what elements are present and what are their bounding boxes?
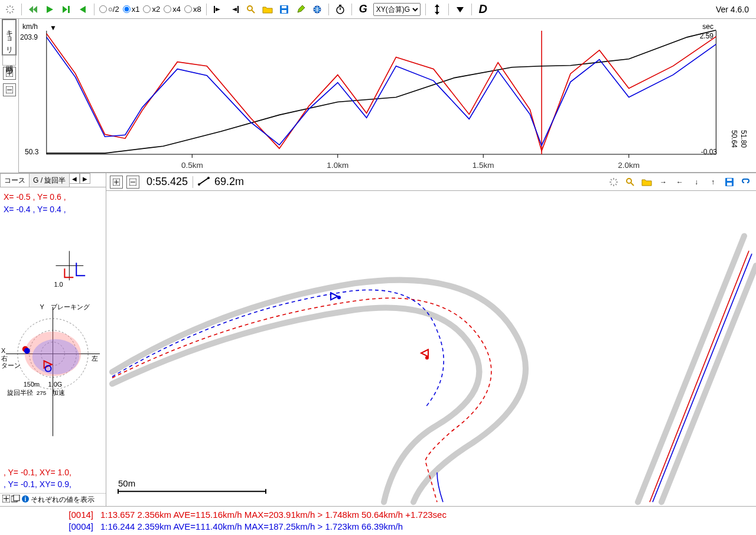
track-map[interactable]: 50m xyxy=(106,191,756,506)
map-minus-button[interactable] xyxy=(126,176,139,189)
svg-point-18 xyxy=(247,6,252,11)
xy-mode-select[interactable]: XY(合算)G xyxy=(373,3,421,16)
map-save-icon[interactable] xyxy=(723,176,736,189)
svg-point-98 xyxy=(337,296,341,299)
svg-text:加速: 加速 xyxy=(52,389,65,396)
svg-line-5 xyxy=(12,11,13,12)
map-plus-button[interactable] xyxy=(110,176,123,189)
speed-x4-radio[interactable]: x4 xyxy=(164,5,181,14)
speed-chart[interactable]: km/h ▼ 203.9 50.3 sec 2.59 -0.03 50.64 5… xyxy=(19,19,756,173)
play-step-icon[interactable] xyxy=(60,3,73,16)
edit-icon[interactable] xyxy=(294,3,307,16)
svg-rect-73 xyxy=(14,495,19,501)
cursor-marker-icon: ▼ xyxy=(50,24,57,32)
svg-text:Y: Y xyxy=(40,303,45,310)
x-tick-3: 2.0km xyxy=(618,161,640,170)
svg-text:右: 右 xyxy=(1,355,8,362)
tab-kyori[interactable]: キョリ xyxy=(2,19,17,56)
loading-icon[interactable] xyxy=(4,3,17,16)
globe-icon[interactable] xyxy=(311,3,324,16)
status-text-1: 1:13.657 2.356km AVE=115.16km/h MAX=203.… xyxy=(100,509,447,521)
speed-x8-radio[interactable]: x8 xyxy=(184,5,201,14)
arrow-up-icon[interactable]: ↑ xyxy=(706,176,719,189)
svg-point-53 xyxy=(32,339,80,375)
align-left-icon[interactable] xyxy=(211,3,224,16)
arrow-left-icon[interactable]: ← xyxy=(673,176,686,189)
rewind-icon[interactable] xyxy=(27,3,40,16)
panel-footer: i それぞれの値を表示 xyxy=(0,493,106,506)
svg-marker-13 xyxy=(80,6,86,13)
speed-x1-radio[interactable]: x1 xyxy=(123,5,140,14)
map-zoom-icon[interactable] xyxy=(624,176,637,189)
svg-line-89 xyxy=(615,184,617,185)
svg-marker-10 xyxy=(47,6,53,13)
collapse-minus-button[interactable] xyxy=(3,83,16,96)
g-force-plot[interactable]: 1.0 xyxy=(0,219,106,465)
svg-rect-21 xyxy=(282,10,286,13)
svg-rect-96 xyxy=(727,179,732,181)
back-icon[interactable] xyxy=(76,3,89,16)
version-label: Ver 4.6.0 xyxy=(716,5,752,14)
map-clip-icon[interactable] xyxy=(739,176,752,189)
map-loading-icon[interactable] xyxy=(607,176,620,189)
map-panel: 0:55.425 69.2m → ← ↓ ↑ xyxy=(106,173,756,506)
svg-marker-99 xyxy=(421,349,428,356)
svg-rect-22 xyxy=(282,6,286,8)
svg-text:X: X xyxy=(1,347,6,354)
svg-text:1.0: 1.0 xyxy=(54,281,63,288)
arrow-down-icon[interactable]: ↓ xyxy=(690,176,703,189)
expand-plus-button[interactable] xyxy=(3,67,16,80)
status-bar: [0014] 1:13.657 2.356km AVE=115.16km/h M… xyxy=(0,506,756,536)
chart-side-tabs: キョリ 時間 xyxy=(0,19,19,173)
speed-x2-radio[interactable]: x2 xyxy=(143,5,160,14)
svg-line-4 xyxy=(7,7,8,8)
tab-jikan[interactable]: 時間 xyxy=(2,55,16,66)
svg-text:旋回半径: 旋回半径 xyxy=(7,389,33,396)
svg-line-93 xyxy=(631,183,634,186)
svg-line-90 xyxy=(615,179,617,180)
g-button[interactable]: G xyxy=(357,3,370,16)
map-time: 0:55.425 xyxy=(146,176,188,188)
timer-icon[interactable] xyxy=(334,3,347,16)
folder-open-icon[interactable] xyxy=(261,3,274,16)
panel-next-button[interactable]: ▶ xyxy=(80,173,90,184)
arrow-right-icon[interactable]: → xyxy=(657,176,670,189)
zoom-half-radio[interactable]: ○/2 xyxy=(99,5,119,14)
svg-marker-30 xyxy=(457,7,464,12)
foot-dup-icon[interactable] xyxy=(11,495,20,504)
dropdown-icon[interactable] xyxy=(454,3,467,16)
align-right-icon[interactable] xyxy=(228,3,241,16)
tab-g-turn[interactable]: G / 旋回半 xyxy=(29,173,70,187)
y-max-label: 203.9 xyxy=(20,33,38,41)
foot-plus-icon[interactable] xyxy=(2,495,10,504)
tab-course[interactable]: コース xyxy=(0,173,30,187)
svg-text:ターン: ターン xyxy=(1,362,21,369)
svg-point-83 xyxy=(207,177,210,179)
svg-rect-12 xyxy=(68,6,70,13)
svg-point-92 xyxy=(627,179,631,183)
panel-prev-button[interactable]: ◀ xyxy=(69,173,80,184)
svg-point-55 xyxy=(24,348,30,354)
ruler-icon[interactable] xyxy=(198,176,211,187)
svg-text:150m: 150m xyxy=(24,381,40,388)
svg-marker-11 xyxy=(63,6,67,13)
map-folder-icon[interactable] xyxy=(640,176,653,189)
d-button[interactable]: D xyxy=(477,3,490,16)
svg-text:1.0G: 1.0G xyxy=(48,381,63,388)
y2-unit: sec xyxy=(702,22,713,31)
y-axis-unit: km/h xyxy=(22,22,38,31)
height-icon[interactable] xyxy=(431,3,444,16)
svg-marker-8 xyxy=(29,6,33,13)
save-icon[interactable] xyxy=(278,3,291,16)
svg-rect-95 xyxy=(727,183,732,186)
far-right-val2: 51.80 xyxy=(739,130,748,148)
g-readout2-red: , Y= -0.1, XY= 1.0, xyxy=(4,467,102,479)
svg-marker-97 xyxy=(331,293,338,300)
zoom-icon[interactable] xyxy=(245,3,258,16)
y-min-label: 50.3 xyxy=(25,148,38,156)
x-tick-2: 1.5km xyxy=(472,161,494,170)
scale-label: 50m xyxy=(118,478,135,488)
svg-marker-9 xyxy=(33,6,37,13)
foot-info-icon[interactable]: i xyxy=(21,495,30,505)
play-icon[interactable] xyxy=(43,3,56,16)
